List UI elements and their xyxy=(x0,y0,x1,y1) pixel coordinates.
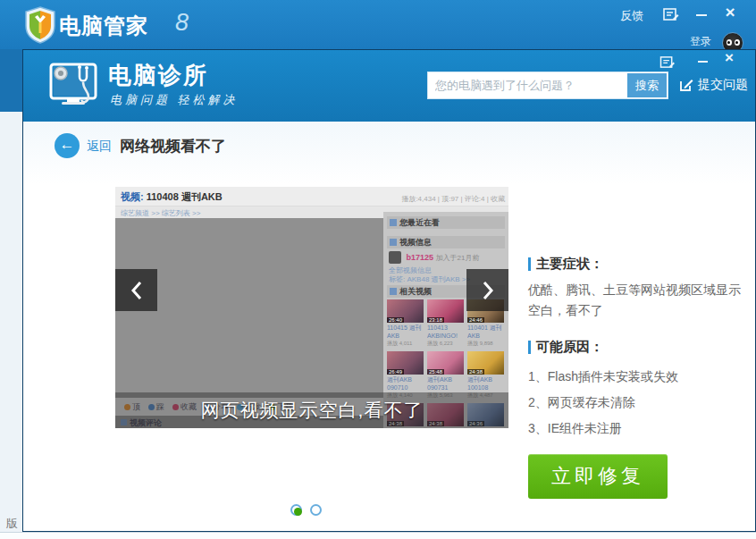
login-link[interactable]: 登录 xyxy=(690,34,711,49)
chevron-left-icon xyxy=(130,281,144,300)
dialog-close-button[interactable]: × xyxy=(720,50,738,66)
screenshot-video-title: 视频: 110408 週刊AKB xyxy=(121,190,223,204)
pc-clinic-dialog: 电脑诊所 电脑问题 轻松解决 搜索 提交问题 × xyxy=(22,49,756,532)
cause-item: 1、Flash插件未安装或失效 xyxy=(528,364,678,390)
close-button[interactable]: × xyxy=(720,4,740,21)
caption-text: 网页视频显示空白,看不了 xyxy=(201,398,424,423)
search-box: 搜索 xyxy=(427,72,668,99)
edit-icon xyxy=(679,78,693,92)
carousel-prev-button[interactable] xyxy=(115,269,157,311)
pagination-dot-2[interactable] xyxy=(310,504,322,516)
search-input[interactable] xyxy=(428,79,627,92)
search-button[interactable]: 搜索 xyxy=(627,73,667,97)
report-icon[interactable] xyxy=(663,7,679,21)
submit-question-label: 提交问题 xyxy=(698,77,748,93)
clinic-subtitle: 电脑问题 轻松解决 xyxy=(110,92,239,108)
feedback-button[interactable]: 反馈 xyxy=(620,8,643,24)
main-window-bottom-strip xyxy=(0,532,756,539)
dialog-header: 电脑诊所 电脑问题 轻松解决 搜索 提交问题 × xyxy=(23,50,755,122)
submit-question-button[interactable]: 提交问题 xyxy=(679,77,748,93)
clinic-monitor-stethoscope-icon xyxy=(46,59,101,113)
pagination-dot-1[interactable] xyxy=(290,504,302,516)
screenshot-info-bar: 视频信息 xyxy=(387,236,505,248)
dialog-content: ← 返回 网络视频看不了 视频: 110408 週刊AKB 播放:4,434 |… xyxy=(23,122,755,531)
causes-heading: 可能原因： xyxy=(528,339,603,356)
screenshot-page-header: 视频: 110408 週刊AKB 播放:4,434 | 顶:97 | 评论:4 … xyxy=(115,187,508,206)
main-window-side-strip xyxy=(0,49,22,112)
screenshot-recent-bar: 您最近在看 xyxy=(387,216,505,229)
back-label[interactable]: 返回 xyxy=(87,139,112,155)
causes-list: 1、Flash插件未安装或失效 2、网页缓存未清除 3、IE组件未注册 xyxy=(528,364,678,442)
caption-overlay: 网页视频显示空白,看不了 xyxy=(115,392,508,428)
dialog-report-icon[interactable] xyxy=(659,55,676,69)
carousel-pagination xyxy=(290,504,322,516)
back-arrow-icon: ← xyxy=(60,136,75,153)
video-thumb: 26:40110415 週刊AKB播放 4,011 xyxy=(387,299,424,348)
cause-item: 2、网页缓存未清除 xyxy=(528,390,678,416)
back-button[interactable]: ← xyxy=(55,133,80,158)
carousel-next-button[interactable] xyxy=(466,269,508,311)
pc-manager-shield-icon xyxy=(24,6,56,44)
main-titlebar: 电脑管家 8 反馈 × 登录 xyxy=(0,0,756,49)
symptoms-heading: 主要症状： xyxy=(528,256,603,273)
screenshot-user: b17125 加入于21月前 xyxy=(389,251,479,264)
video-thumb: 23:18110413 AKBINGO!播放 6,223 xyxy=(427,299,464,348)
screenshot-tags: 标签: AKB48 週刊AKB >> xyxy=(389,274,470,284)
minimize-button[interactable] xyxy=(692,5,711,21)
clinic-title: 电脑诊所 xyxy=(108,60,208,91)
version-text-fragment: 版 xyxy=(6,516,18,532)
app-title-version: 8 xyxy=(175,9,189,37)
symptoms-text: 优酷、腾讯、土豆等网站视频区域显示空白，看不了 xyxy=(528,280,747,321)
chevron-right-icon xyxy=(481,281,495,300)
fix-now-button[interactable]: 立即修复 xyxy=(528,454,668,499)
page-title: 网络视频看不了 xyxy=(120,136,226,156)
dialog-minimize-button[interactable] xyxy=(693,52,711,66)
cause-item: 3、IE组件未注册 xyxy=(528,416,678,442)
screenshot-video-stats: 播放:4,434 | 顶:97 | 评论:4 | 收藏 xyxy=(401,194,505,204)
problem-screenshot-carousel: 视频: 110408 週刊AKB 播放:4,434 | 顶:97 | 评论:4 … xyxy=(115,187,508,428)
app-root: 电脑管家 8 反馈 × 登录 版 xyxy=(0,0,756,539)
app-title: 电脑管家 xyxy=(59,12,148,40)
